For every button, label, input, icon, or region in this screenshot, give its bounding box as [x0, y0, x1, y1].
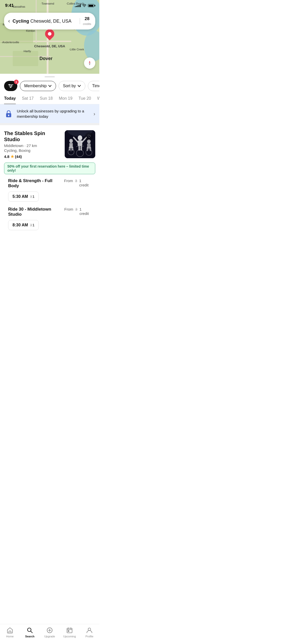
studio-categories: Cycling, Boxing	[4, 148, 62, 153]
time-filter[interactable]: Time	[88, 81, 99, 91]
map-town-dover: Dover	[39, 56, 52, 61]
class-1-credit-orig: 3	[75, 179, 77, 183]
rating-value: 4.8	[4, 154, 9, 159]
tab-today[interactable]: Today	[4, 94, 16, 104]
tab-tue20[interactable]: Tue 20	[78, 94, 91, 104]
status-bar: 9:41	[0, 0, 99, 9]
svg-rect-31	[78, 140, 82, 146]
signal-icon	[75, 4, 81, 7]
search-divider	[80, 18, 80, 24]
credit-1-new: 1	[33, 195, 35, 199]
studio-location: Middletown · 27 km	[4, 143, 62, 148]
svg-rect-27	[72, 147, 73, 151]
search-bar[interactable]: ‹ Cycling Cheswold, DE, USA 28 credits	[4, 13, 95, 30]
bottom-sheet: 1 Membership Sort by Time Today Sat 17 S…	[0, 74, 99, 258]
svg-point-12	[84, 7, 85, 7]
studio-card: The Stables Spin Studio Middletown · 27 …	[0, 125, 99, 235]
studio-header: The Stables Spin Studio Middletown · 27 …	[4, 130, 95, 159]
credit-2-new: 1	[33, 223, 35, 227]
map-town-hartly: ·Hartly	[23, 50, 31, 53]
star-icon: ★	[10, 154, 14, 159]
search-activity: Cycling	[12, 19, 29, 24]
time-slot-1[interactable]: 5:30 AM 3 1	[8, 192, 39, 202]
svg-marker-11	[89, 63, 90, 65]
class-2-credit-new: 1 credit	[79, 207, 91, 216]
search-location: Cheswold, DE, USA	[29, 19, 71, 24]
svg-rect-21	[8, 115, 9, 116]
credit-1-orig: 3	[30, 195, 32, 199]
review-count: (44)	[15, 154, 22, 159]
handle-bar	[45, 76, 55, 77]
svg-point-24	[69, 139, 73, 143]
map-pin	[45, 29, 54, 38]
map-town-anderlersville: ·Anderlersville	[2, 41, 19, 44]
upgrade-arrow: ›	[93, 111, 95, 117]
svg-rect-26	[69, 147, 70, 151]
svg-rect-29	[70, 144, 72, 151]
upgrade-text: Unlock all businesses by upgrading to a …	[17, 108, 90, 119]
back-button[interactable]: ‹	[8, 18, 10, 24]
studio-info: The Stables Spin Studio Middletown · 27 …	[4, 130, 62, 159]
sort-by-filter[interactable]: Sort by	[59, 81, 85, 91]
membership-label: Membership	[24, 84, 47, 88]
class-2: Ride 30 - Middletown Studio From 3 1 cre…	[4, 207, 95, 235]
time-slot-2[interactable]: 8:30 AM 3 1	[8, 220, 39, 230]
map-container: Sassafras ·Townsend ·Collins Beach ·Mill…	[0, 0, 99, 74]
svg-point-17	[11, 85, 12, 86]
svg-rect-39	[87, 147, 88, 151]
class-1: Ride & Strength - Full Body From 3 1 cre…	[4, 178, 95, 207]
svg-point-18	[10, 87, 11, 88]
studio-rating: 4.8 ★ (44)	[4, 154, 62, 159]
upgrade-banner[interactable]: Unlock all businesses by upgrading to a …	[0, 104, 99, 123]
credit-2-orig: 3	[30, 223, 32, 227]
tab-wed[interactable]: We...	[97, 94, 99, 104]
credit-pill-1: 3 1	[30, 195, 35, 199]
studio-thumbnail[interactable]: ♡	[65, 130, 95, 158]
time-2-text: 8:30 AM	[12, 223, 28, 227]
class-1-credit-new: 1 credit	[79, 179, 91, 187]
heart-button[interactable]: ♡	[85, 132, 93, 140]
svg-marker-10	[89, 61, 90, 63]
status-time: 9:41	[5, 3, 14, 8]
map-town-little-creek: ·Little Creek	[69, 48, 84, 51]
sort-by-label: Sort by	[63, 84, 76, 88]
map-location-label: Cheswold, DE, USA	[34, 44, 65, 48]
map-town-kenton: ·Kenton	[25, 29, 35, 32]
credits-box: 28 credits	[83, 16, 91, 26]
svg-rect-9	[13, 51, 38, 66]
class-1-name: Ride & Strength - Full Body	[8, 178, 62, 188]
promo-tag: 50% off your first reservation here – li…	[4, 163, 95, 174]
class-2-credit-orig: 3	[75, 207, 77, 211]
filter-badge: 1	[14, 80, 19, 84]
status-icons	[75, 4, 94, 7]
time-1-text: 5:30 AM	[12, 194, 28, 199]
tab-sun18[interactable]: Sun 18	[40, 94, 53, 104]
filter-icon-button[interactable]: 1	[4, 81, 17, 91]
class-2-name: Ride 30 - Middletown Studio	[8, 207, 62, 217]
wifi-icon	[82, 4, 86, 7]
tab-sat17[interactable]: Sat 17	[22, 94, 34, 104]
svg-rect-40	[90, 147, 91, 151]
membership-filter[interactable]: Membership	[20, 81, 56, 91]
section-divider	[0, 123, 99, 125]
sheet-handle	[0, 74, 99, 78]
tab-mon19[interactable]: Mon 19	[59, 94, 72, 104]
class-1-from: From	[64, 179, 73, 183]
search-text: Cycling Cheswold, DE, USA	[12, 19, 76, 24]
class-2-from: From	[64, 207, 73, 211]
lock-icon	[4, 109, 13, 118]
studio-name: The Stables Spin Studio	[4, 130, 62, 142]
credits-number: 28	[83, 16, 91, 21]
time-label: Time	[92, 84, 99, 88]
credits-label: credits	[83, 22, 91, 25]
date-tabs: Today Sat 17 Sun 18 Mon 19 Tue 20 We...	[0, 94, 99, 104]
battery-icon	[88, 4, 94, 7]
svg-point-16	[9, 84, 10, 85]
credit-pill-2: 3 1	[30, 223, 35, 227]
filter-strip: 1 Membership Sort by Time	[0, 78, 99, 94]
compass-button[interactable]	[84, 57, 95, 69]
svg-point-30	[78, 135, 82, 140]
